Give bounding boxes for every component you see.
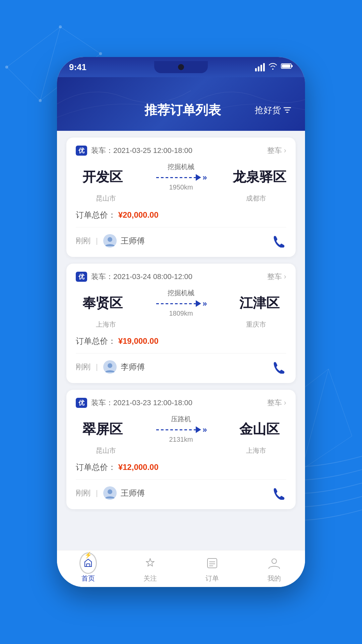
order-card-1[interactable]: 优 装车：2021-03-25 12:00-18:00 整车 › 开发区 挖掘机… (66, 138, 296, 257)
route-middle-3: 压路机 » 2131km (129, 415, 233, 443)
status-bar: 9:41 (57, 57, 305, 77)
price-value-3: ¥12,000.00 (118, 463, 159, 472)
price-label-2: 订单总价： (76, 336, 116, 345)
call-button-2[interactable] (270, 359, 286, 375)
nav-label-mine: 我的 (267, 574, 281, 583)
home-icon: ⚡ (79, 554, 97, 572)
cargo-label-3: 压路机 (171, 415, 191, 424)
status-time: 9:41 (69, 62, 86, 72)
card-header-1: 优 装车：2021-03-25 12:00-18:00 整车 › (76, 146, 286, 156)
svg-point-26 (272, 559, 277, 564)
order-list: 优 装车：2021-03-25 12:00-18:00 整车 › 开发区 挖掘机… (57, 131, 305, 550)
svg-rect-16 (282, 64, 290, 68)
card-divider-3 (76, 479, 286, 480)
avatar-3 (103, 486, 117, 500)
price-label-3: 订单总价： (76, 463, 116, 472)
sub-cities-3: 昆山市 上海市 (76, 446, 286, 455)
phone-shell: 9:41 (57, 57, 305, 587)
distance-3: 2131km (169, 436, 193, 443)
svg-point-8 (99, 52, 102, 55)
route-row-2: 奉贤区 挖掘机械 » 1809km 江津区 (76, 288, 286, 317)
nav-label-follow: 关注 (143, 574, 157, 583)
avatar-1 (103, 234, 117, 248)
price-value-1: ¥20,000.00 (118, 210, 159, 219)
footer-row-1: 刚刚 | 王师傅 (76, 233, 286, 249)
route-middle-2: 挖掘机械 » 1809km (129, 288, 233, 317)
to-city-3: 金山区 (233, 420, 286, 438)
card-divider-2 (76, 353, 286, 354)
page-title: 推荐订单列表 (111, 102, 255, 119)
nav-item-home[interactable]: ⚡ 首页 (57, 554, 119, 583)
route-row-1: 开发区 挖掘机械 » 1950km 龙泉驿区 (76, 162, 286, 191)
route-arrow-3: » (156, 425, 205, 434)
driver-info-1: 刚刚 | 王师傅 (76, 234, 145, 248)
route-arrow-1: » (156, 173, 205, 182)
priority-badge-3: 优 (76, 398, 87, 408)
route-row-3: 翠屏区 压路机 » 2131km 金山区 (76, 415, 286, 443)
nav-label-home: 首页 (81, 574, 95, 583)
card-header-2: 优 装车：2021-03-24 08:00-12:00 整车 › (76, 272, 286, 282)
divider-v-3: | (96, 489, 98, 497)
card-date-1: 装车：2021-03-25 12:00-18:00 (91, 146, 192, 156)
svg-rect-21 (86, 564, 90, 567)
call-button-1[interactable] (270, 233, 286, 249)
distance-1: 1950km (169, 183, 193, 191)
nav-item-follow[interactable]: 关注 (119, 554, 181, 583)
time-ago-3: 刚刚 (76, 488, 90, 498)
from-city-1: 开发区 (76, 168, 129, 186)
avatar-2 (103, 360, 117, 374)
from-region-2: 上海市 (79, 320, 133, 329)
from-city-3: 翠屏区 (76, 420, 129, 438)
to-region-1: 成都市 (229, 194, 283, 203)
signal-icon (255, 63, 265, 71)
price-row-3: 订单总价： ¥12,000.00 (76, 462, 286, 473)
order-card-2[interactable]: 优 装车：2021-03-24 08:00-12:00 整车 › 奉贤区 挖掘机… (66, 264, 296, 383)
card-meta-left-2: 优 装车：2021-03-24 08:00-12:00 (76, 272, 192, 282)
nav-label-orders: 订单 (205, 574, 219, 583)
order-type-3: 整车 (267, 398, 282, 408)
svg-point-20 (108, 489, 112, 494)
sub-cities-2: 上海市 重庆市 (76, 320, 286, 329)
page-header: 推荐订单列表 抢好货 (57, 77, 305, 131)
time-ago-1: 刚刚 (76, 236, 90, 246)
filter-label: 抢好货 (255, 104, 281, 116)
order-type-2: 整车 (267, 272, 282, 282)
chevron-icon-3: › (284, 398, 286, 407)
cargo-label-1: 挖掘机械 (168, 162, 194, 171)
card-header-3: 优 装车：2021-03-23 12:00-18:00 整车 › (76, 398, 286, 408)
card-type-2: 整车 › (267, 272, 286, 282)
svg-rect-17 (291, 65, 293, 67)
driver-info-2: 刚刚 | 李师傅 (76, 360, 145, 374)
card-date-3: 装车：2021-03-23 12:00-18:00 (91, 398, 192, 408)
card-meta-left-1: 优 装车：2021-03-25 12:00-18:00 (76, 146, 192, 156)
svg-point-18 (108, 237, 112, 242)
footer-row-3: 刚刚 | 王师傅 (76, 485, 286, 501)
to-city-1: 龙泉驿区 (233, 168, 286, 186)
follow-icon (141, 554, 159, 572)
bottom-navigation: ⚡ 首页 关注 订单 (57, 550, 305, 587)
filter-button[interactable]: 抢好货 (255, 104, 292, 116)
driver-name-3: 王师傅 (121, 488, 145, 498)
cargo-label-2: 挖掘机械 (168, 288, 194, 298)
card-type-3: 整车 › (267, 398, 286, 408)
call-button-3[interactable] (270, 485, 286, 501)
price-row-2: 订单总价： ¥19,000.00 (76, 336, 286, 346)
svg-point-6 (5, 66, 8, 68)
card-date-2: 装车：2021-03-24 08:00-12:00 (91, 272, 192, 282)
distance-2: 1809km (169, 310, 193, 317)
priority-badge-2: 优 (76, 272, 87, 282)
card-meta-left-3: 优 装车：2021-03-23 12:00-18:00 (76, 398, 192, 408)
nav-item-mine[interactable]: 我的 (243, 554, 305, 583)
to-city-2: 江津区 (233, 294, 286, 312)
order-card-3[interactable]: 优 装车：2021-03-23 12:00-18:00 整车 › 翠屏区 压路机… (66, 390, 296, 509)
to-region-3: 上海市 (229, 446, 283, 455)
price-row-1: 订单总价： ¥20,000.00 (76, 210, 286, 220)
footer-row-2: 刚刚 | 李师傅 (76, 359, 286, 375)
driver-name-2: 李师傅 (121, 362, 145, 372)
svg-point-9 (39, 99, 42, 102)
svg-point-19 (108, 363, 112, 368)
nav-item-orders[interactable]: 订单 (181, 554, 243, 583)
battery-icon (281, 63, 293, 71)
order-type-1: 整车 (267, 146, 282, 156)
divider-v-1: | (96, 236, 98, 245)
